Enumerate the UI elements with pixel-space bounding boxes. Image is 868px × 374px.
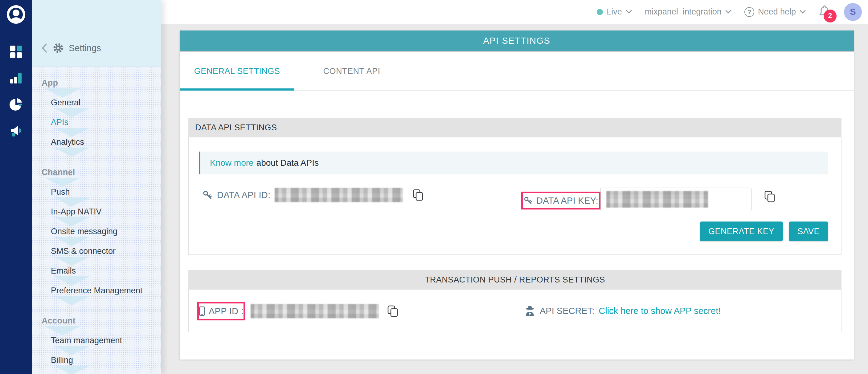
data-api-id-label: DATA API ID: bbox=[217, 190, 270, 200]
notifications-button[interactable]: 2 bbox=[819, 5, 831, 20]
data-api-key-highlight-box: DATA API KEY: bbox=[521, 192, 600, 209]
help-icon: ? bbox=[744, 7, 754, 17]
topbar: Live mixpanel_integration ? Need help 2 … bbox=[161, 0, 868, 24]
sidebar-title: Settings bbox=[69, 43, 101, 53]
sidebar-item-emails[interactable]: Emails bbox=[51, 261, 161, 281]
nav-section-channel: Channel bbox=[41, 162, 161, 182]
data-api-settings-section: DATA API SETTINGS Know more about Data A… bbox=[188, 118, 841, 255]
bar-chart-icon bbox=[9, 71, 23, 85]
project-dropdown[interactable]: mixpanel_integration bbox=[645, 7, 732, 16]
chevron-down-icon bbox=[626, 10, 632, 14]
dashboard-grid-icon bbox=[9, 45, 23, 59]
help-dropdown[interactable]: ? Need help bbox=[744, 7, 806, 17]
project-name: mixpanel_integration bbox=[645, 7, 721, 16]
user-avatar[interactable]: S bbox=[844, 3, 862, 21]
data-api-key-value-masked bbox=[606, 191, 708, 208]
sidebar-item-preference-management[interactable]: Preference Management bbox=[51, 281, 161, 300]
live-status-dot bbox=[597, 9, 603, 15]
app-id-value-masked bbox=[251, 304, 379, 318]
transaction-settings-body: APP ID : bbox=[188, 290, 841, 332]
user-logo-icon bbox=[6, 5, 26, 24]
sidebar-item-team-management[interactable]: Team management bbox=[51, 331, 161, 350]
know-more-callout: Know more about Data APIs bbox=[199, 151, 828, 174]
reports-nav-button[interactable] bbox=[9, 97, 24, 112]
callout-text: about Data APIs bbox=[256, 158, 319, 168]
spy-icon bbox=[524, 305, 535, 317]
data-api-actions: GENERATE KEY SAVE bbox=[700, 222, 828, 241]
copy-icon bbox=[764, 191, 776, 203]
copy-data-api-key-button[interactable] bbox=[764, 191, 776, 203]
sidebar-item-general[interactable]: General bbox=[51, 93, 161, 112]
api-secret-row: API SECRET: Click here to show APP secre… bbox=[524, 290, 721, 332]
key-icon bbox=[202, 190, 213, 200]
panel-header: API SETTINGS bbox=[180, 31, 854, 52]
help-label: Need help bbox=[758, 7, 796, 16]
app-id-label: APP ID : bbox=[209, 306, 244, 316]
back-chevron-icon[interactable] bbox=[41, 43, 48, 53]
sidebar-nav: App General APIs Analytics Channel Push … bbox=[32, 67, 161, 374]
api-settings-panel: API SETTINGS GENERAL SETTINGS CONTENT AP… bbox=[180, 31, 854, 360]
know-more-link[interactable]: Know more bbox=[210, 158, 254, 168]
show-app-secret-link[interactable]: Click here to show APP secret! bbox=[598, 306, 721, 316]
notification-count-badge: 2 bbox=[824, 9, 837, 23]
settings-tabs: GENERAL SETTINGS CONTENT API bbox=[180, 52, 854, 91]
sidebar-item-analytics[interactable]: Analytics bbox=[51, 132, 161, 152]
mobile-phone-icon bbox=[199, 306, 205, 316]
settings-sidebar: Settings App General APIs Analytics Chan… bbox=[32, 0, 161, 374]
analytics-nav-button[interactable] bbox=[9, 71, 24, 86]
left-icon-rail bbox=[0, 0, 32, 374]
data-api-key-input[interactable] bbox=[600, 188, 751, 211]
tab-content-api[interactable]: CONTENT API bbox=[294, 52, 409, 90]
chevron-down-icon bbox=[800, 10, 806, 14]
content-area: API SETTINGS GENERAL SETTINGS CONTENT AP… bbox=[161, 24, 868, 374]
environment-label: Live bbox=[607, 7, 622, 16]
megaphone-icon bbox=[9, 124, 23, 138]
nav-section-app: App bbox=[41, 73, 161, 93]
dashboard-nav-button[interactable] bbox=[9, 44, 24, 59]
chevron-down-icon bbox=[725, 10, 732, 14]
sidebar-item-inapp-nativ[interactable]: In-App NATIV bbox=[51, 202, 161, 222]
data-api-settings-body: Know more about Data APIs DATA API ID: bbox=[188, 137, 841, 255]
app-id-highlight-box: APP ID : bbox=[197, 302, 245, 320]
nav-section-account: Account bbox=[41, 311, 161, 331]
brand-logo[interactable] bbox=[6, 5, 26, 24]
transaction-settings-header: TRANSACTION PUSH / REPORTS SETTINGS bbox=[188, 270, 841, 290]
data-api-key-label: DATA API KEY: bbox=[536, 196, 598, 206]
transaction-settings-section: TRANSACTION PUSH / REPORTS SETTINGS APP … bbox=[188, 270, 841, 332]
tab-general-settings[interactable]: GENERAL SETTINGS bbox=[180, 52, 294, 90]
campaigns-nav-button[interactable] bbox=[9, 124, 24, 139]
page-title: API SETTINGS bbox=[483, 36, 551, 46]
copy-data-api-id-button[interactable] bbox=[412, 189, 424, 201]
copy-icon bbox=[387, 305, 399, 317]
gear-icon bbox=[53, 42, 64, 54]
copy-icon bbox=[412, 189, 424, 201]
app-id-row: APP ID : bbox=[197, 302, 399, 320]
data-api-id-row: DATA API ID: bbox=[202, 188, 424, 202]
pie-chart-icon bbox=[9, 98, 23, 112]
sidebar-item-billing[interactable]: Billing bbox=[51, 350, 161, 370]
copy-app-id-button[interactable] bbox=[387, 305, 399, 317]
environment-dropdown[interactable]: Live bbox=[597, 7, 632, 16]
save-button[interactable]: SAVE bbox=[789, 222, 828, 241]
key-icon bbox=[523, 196, 533, 205]
data-api-settings-header: DATA API SETTINGS bbox=[188, 118, 841, 137]
data-api-id-value-masked bbox=[275, 188, 403, 202]
sidebar-header: Settings bbox=[32, 0, 161, 67]
sidebar-item-push[interactable]: Push bbox=[51, 182, 161, 202]
sidebar-item-onsite-messaging[interactable]: Onsite messaging bbox=[51, 222, 161, 241]
sidebar-item-sms-connector[interactable]: SMS & connector bbox=[51, 241, 161, 261]
api-secret-label: API SECRET: bbox=[540, 306, 594, 316]
generate-key-button[interactable]: GENERATE KEY bbox=[700, 222, 783, 241]
sidebar-item-apis[interactable]: APIs bbox=[51, 112, 161, 132]
